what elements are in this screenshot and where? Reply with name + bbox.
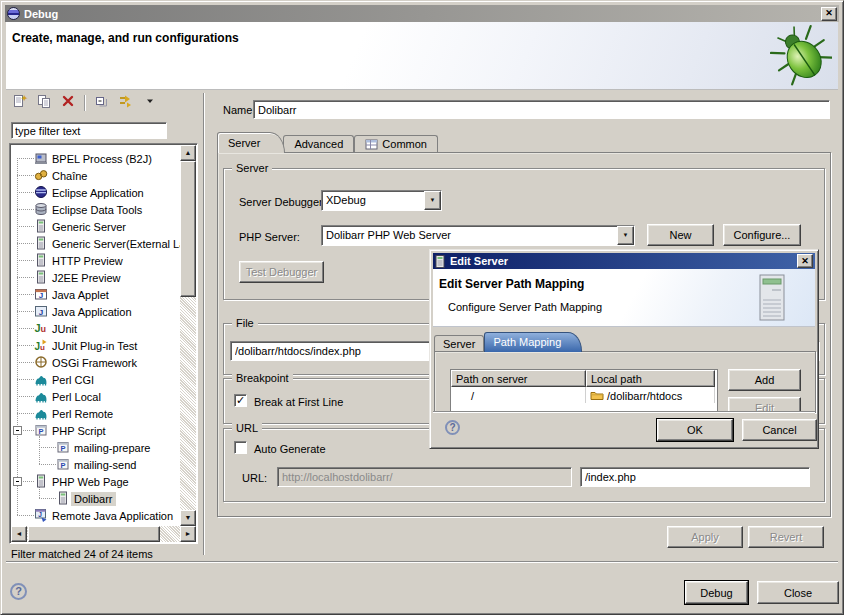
- horizontal-scroll-thumb[interactable]: [28, 526, 160, 542]
- tree-item-junit[interactable]: JuJUnit: [11, 320, 180, 337]
- collapse-all-button[interactable]: [91, 93, 113, 112]
- collapse-toggle-icon[interactable]: [13, 477, 22, 486]
- tree-item-eclipse-data-tools[interactable]: Eclipse Data Tools: [11, 201, 180, 218]
- duplicate-button[interactable]: [33, 93, 55, 112]
- add-mapping-button[interactable]: Add: [728, 369, 801, 391]
- edit-server-close-button[interactable]: ✕: [797, 254, 813, 268]
- tree-item-http-preview[interactable]: HTTP Preview: [11, 252, 180, 269]
- filter-input[interactable]: [11, 122, 167, 139]
- close-button[interactable]: Close: [757, 581, 839, 604]
- apply-button[interactable]: Apply: [667, 526, 743, 548]
- tree-vertical-scrollbar[interactable]: ▲ ▼: [180, 145, 196, 526]
- configure-server-button[interactable]: Configure...: [723, 224, 801, 246]
- tab-advanced[interactable]: Advanced: [283, 135, 354, 153]
- window-titlebar[interactable]: Debug ✕: [5, 5, 839, 22]
- filter-launch-button[interactable]: [115, 93, 137, 112]
- path-mapping-table[interactable]: Path on serverLocal path//dolibarr/htdoc…: [450, 369, 718, 413]
- dialog-help-button[interactable]: ?: [445, 420, 460, 435]
- tree-item-label: Perl Local: [49, 390, 104, 404]
- tree-item-j2ee-preview[interactable]: J2EE Preview: [11, 269, 180, 286]
- svg-text:u: u: [41, 324, 47, 334]
- svg-text:J: J: [39, 291, 43, 300]
- tree-guide-stub: [17, 243, 34, 244]
- url-path-input[interactable]: [580, 467, 810, 487]
- tree-item-label: Java Application: [49, 305, 135, 319]
- mapping-row[interactable]: //dolibarr/htdocs: [451, 387, 717, 403]
- right-arrow-icon: ►: [185, 530, 192, 537]
- auto-generate-checkbox[interactable]: [234, 441, 247, 454]
- chevron-down-icon[interactable]: ▼: [617, 226, 634, 245]
- tree-item-eclipse-application[interactable]: Eclipse Application: [11, 184, 180, 201]
- column-header-path-on-server[interactable]: Path on server: [451, 370, 586, 387]
- new-server-button[interactable]: New: [647, 224, 714, 246]
- delete-button[interactable]: [57, 93, 79, 112]
- auto-generate-label: Auto Generate: [254, 443, 326, 455]
- tree-item-java-application[interactable]: JJava Application: [11, 303, 180, 320]
- edit-server-footer: ? OK Cancel: [433, 411, 815, 445]
- php-server-value: Dolibarr PHP Web Server: [322, 226, 617, 245]
- eclipse-icon: [7, 7, 20, 20]
- scroll-left-arrow[interactable]: ◄: [11, 526, 27, 542]
- chevron-down-icon[interactable]: ▼: [424, 191, 441, 210]
- svg-text:P: P: [61, 461, 66, 470]
- collapse-toggle-icon[interactable]: [13, 426, 22, 435]
- help-icon: ?: [15, 585, 22, 597]
- tree-item-osgi-framework[interactable]: OSGi Framework: [11, 354, 180, 371]
- php-icon: P: [56, 440, 70, 454]
- edit-server-header: Edit Server Path Mapping Configure Serve…: [433, 269, 815, 327]
- tab-server[interactable]: Server: [434, 335, 484, 352]
- cancel-button[interactable]: Cancel: [742, 419, 817, 441]
- tree-item-label: Perl CGI: [49, 373, 97, 387]
- edit-server-dialog: Edit Server ✕ Edit Server Path Mapping C…: [429, 249, 819, 449]
- new-configuration-button[interactable]: ✦: [9, 93, 31, 112]
- server-debugger-select[interactable]: XDebug ▼: [321, 190, 442, 211]
- tree-item-perl-cgi[interactable]: Perl CGI: [11, 371, 180, 388]
- tree-item-junit-plug-in-test[interactable]: JuJUnit Plug-in Test: [11, 337, 180, 354]
- column-header-local-path[interactable]: Local path: [586, 370, 715, 387]
- tree-item-generic-server-external-la[interactable]: Generic Server(External La: [11, 235, 180, 252]
- tree-item-php-script[interactable]: PPHP Script: [11, 422, 180, 439]
- scroll-right-arrow[interactable]: ►: [180, 526, 196, 542]
- tab-path-mapping[interactable]: Path Mapping: [484, 332, 582, 352]
- revert-button[interactable]: Revert: [748, 526, 824, 548]
- tab-common[interactable]: Common: [354, 135, 438, 153]
- filter-icon: [118, 93, 134, 112]
- tree-guide-stub: [17, 515, 34, 516]
- edit-server-titlebar[interactable]: Edit Server ✕: [433, 253, 815, 269]
- tab-server[interactable]: Server: [217, 132, 285, 153]
- tree-item-cha-ne[interactable]: Chaîne: [11, 167, 180, 184]
- debug-button[interactable]: Debug: [685, 581, 748, 604]
- tree-item-generic-server[interactable]: Generic Server: [11, 218, 180, 235]
- junit-icon: Ju: [34, 321, 48, 335]
- tree-item-php-web-page[interactable]: PHP Web Page: [11, 473, 180, 490]
- tree-item-label: PHP Web Page: [49, 475, 132, 489]
- tree-guide-stub: [17, 277, 34, 278]
- tree-item-label: Eclipse Application: [49, 186, 147, 200]
- tree-guide-stub: [17, 226, 34, 227]
- tree-item-perl-local[interactable]: Perl Local: [11, 388, 180, 405]
- filter-menu-button[interactable]: [139, 93, 161, 112]
- tree-item-perl-remote[interactable]: Perl Remote: [11, 405, 180, 422]
- php-server-select[interactable]: Dolibarr PHP Web Server ▼: [321, 225, 635, 246]
- window-close-button[interactable]: ✕: [821, 7, 837, 21]
- test-debugger-button[interactable]: Test Debugger: [239, 261, 324, 283]
- php-icon: P: [56, 457, 70, 471]
- tree-item-remote-java-application[interactable]: JRemote Java Application: [11, 507, 180, 524]
- scroll-up-arrow[interactable]: ▲: [180, 145, 196, 161]
- tree-item-bpel-process-b2j[interactable]: BPEL Process (B2J): [11, 150, 180, 167]
- tree-horizontal-scrollbar[interactable]: ◄ ►: [11, 526, 196, 542]
- name-input[interactable]: [253, 100, 830, 119]
- ok-button[interactable]: OK: [657, 419, 733, 441]
- tree-item-java-applet[interactable]: JJava Applet: [11, 286, 180, 303]
- help-button[interactable]: ?: [10, 583, 27, 600]
- dialog-subheading: Configure Server Path Mapping: [448, 301, 602, 313]
- vertical-scroll-thumb[interactable]: [180, 161, 196, 297]
- local-path-cell[interactable]: /dolibarr/htdocs: [607, 390, 682, 402]
- break-first-line-checkbox[interactable]: ✓: [234, 394, 247, 407]
- panel-sash[interactable]: [203, 93, 205, 555]
- tree-item-mailing-prepare[interactable]: Pmailing-prepare: [11, 439, 180, 456]
- path-on-server-cell[interactable]: /: [451, 387, 586, 403]
- scroll-down-arrow[interactable]: ▼: [180, 510, 196, 526]
- tree-item-dolibarr[interactable]: Dolibarr: [11, 490, 180, 507]
- tree-item-mailing-send[interactable]: Pmailing-send: [11, 456, 180, 473]
